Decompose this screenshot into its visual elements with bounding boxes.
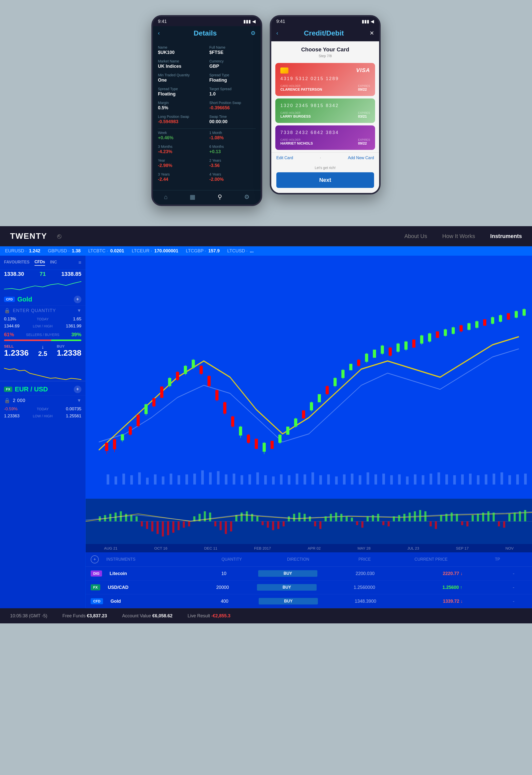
- svg-rect-207: [320, 521, 322, 529]
- svg-rect-186: [209, 513, 211, 521]
- svg-rect-209: [330, 514, 332, 521]
- sellers-pct: 61%: [4, 332, 14, 337]
- nav-instruments[interactable]: Instruments: [490, 233, 522, 239]
- spread-type-label: Spread Type: [209, 73, 256, 77]
- right-panel: AUG 21 OCT 16 DEC 11 FEB 2017 APR 02 MAY…: [86, 256, 532, 608]
- svg-rect-133: [296, 474, 298, 484]
- gold-high: 1361.99: [54, 324, 81, 329]
- chart-nav-icon[interactable]: ▦: [190, 193, 195, 200]
- tab-cfds[interactable]: CFDs: [34, 260, 45, 266]
- svg-rect-198: [272, 521, 274, 530]
- sb-bar-red: [4, 339, 51, 341]
- settings-icon[interactable]: ⚙: [250, 30, 256, 37]
- svg-rect-74: [389, 347, 392, 355]
- live-result-value: -€2,855.3: [211, 613, 230, 618]
- status-bar-details: 9:41 ▮▮▮ ◀: [153, 17, 261, 26]
- eurusd-quantity-row[interactable]: 🔒 2 000 ▼: [0, 396, 85, 406]
- svg-rect-136: [320, 475, 322, 485]
- card-item-3[interactable]: 7338 2432 6842 3834 CARD HOLDER HARRIET …: [275, 125, 375, 150]
- svg-rect-162: [524, 474, 527, 484]
- week-label: Week: [158, 131, 204, 135]
- svg-rect-203: [298, 513, 300, 521]
- gold-quantity-input[interactable]: ENTER QUANTITY: [13, 308, 77, 313]
- ticker-ltcbtc: LTCBTC · 0.0201: [88, 248, 124, 254]
- card-expires-value-3: 09/22: [358, 141, 370, 145]
- svg-rect-143: [375, 475, 377, 485]
- platform-nav: TWENTY ⎋ About Us How It Works Instrumen…: [0, 226, 532, 246]
- card-expires-value-1: 09/22: [358, 87, 370, 91]
- eurusd-quantity-input[interactable]: 2 000: [13, 398, 77, 403]
- card-item-2[interactable]: 1320 2345 9815 8342 CARD HOLDER LARRY BU…: [275, 98, 375, 123]
- litecoin-price: 2200.030: [325, 571, 405, 576]
- svg-rect-190: [230, 521, 232, 532]
- svg-rect-2: [105, 443, 108, 451]
- settings-nav-icon[interactable]: ⚙: [244, 193, 249, 200]
- svg-rect-156: [477, 475, 479, 485]
- svg-rect-111: [122, 474, 125, 484]
- six-months-label: 6 Months: [209, 145, 256, 149]
- orders-add-button[interactable]: +: [91, 555, 99, 564]
- svg-rect-60: [334, 378, 337, 386]
- edit-card-button[interactable]: Edit Card: [276, 156, 293, 160]
- home-nav-icon[interactable]: ⌂: [164, 193, 168, 200]
- search-nav-icon[interactable]: ⚲: [217, 193, 222, 200]
- credit-footer: Let's get rich! Next: [271, 163, 379, 193]
- trading-platform: TWENTY ⎋ About Us How It Works Instrumen…: [0, 226, 532, 623]
- logout-icon[interactable]: ⎋: [57, 232, 61, 240]
- card-holder-label-2: CARD HOLDER: [281, 111, 311, 114]
- credit-back-button[interactable]: ‹: [276, 30, 278, 37]
- nav-how-it-works[interactable]: How It Works: [442, 233, 475, 239]
- svg-rect-152: [445, 475, 448, 485]
- svg-rect-206: [314, 521, 316, 527]
- credit-phone: 9:41 ▮▮▮ ◀ ‹ Credit/Debit ✕ Choose Your …: [270, 15, 381, 194]
- svg-rect-204: [304, 514, 306, 521]
- next-button[interactable]: Next: [276, 172, 374, 188]
- lets-get-rich-text: Let's get rich!: [276, 166, 374, 170]
- litecoin-instrument: Litecoin: [110, 571, 190, 576]
- svg-rect-179: [172, 521, 174, 533]
- tab-inc[interactable]: INC: [50, 260, 57, 265]
- four-years-label: 4 Years: [209, 172, 256, 176]
- gold-low: 1344.69: [4, 324, 32, 329]
- orders-table-header: + INSTRUMENTS QUANTITY DIRECTION PRICE C…: [86, 552, 532, 567]
- card-number-3: 7338 2432 6842 3834: [281, 130, 370, 135]
- svg-rect-22: [184, 366, 187, 374]
- gold-badge: CFD: [4, 297, 15, 302]
- svg-rect-212: [346, 516, 348, 521]
- panel-list-icon[interactable]: ≡: [78, 260, 81, 265]
- week-value: +0.46%: [158, 135, 204, 140]
- svg-rect-140: [351, 474, 354, 484]
- tab-favourites[interactable]: FAVOURITES: [4, 260, 29, 265]
- gold-numbers: 1338.30 71 1338.85: [0, 270, 85, 278]
- nav-about-us[interactable]: About Us: [404, 233, 427, 239]
- nav-links: About Us How It Works Instruments: [404, 233, 522, 239]
- candlestick-chart: [86, 256, 532, 499]
- eurusd-low-high-label: LOW / HIGH: [33, 414, 53, 418]
- svg-rect-56: [318, 394, 321, 402]
- svg-rect-98: [483, 319, 486, 326]
- svg-rect-117: [170, 474, 172, 484]
- svg-rect-242: [503, 521, 505, 528]
- spread-type2-label: Spread Type: [158, 87, 204, 91]
- long-pos-swap-value: -0.594983: [158, 119, 204, 124]
- time-aug21: AUG 21: [104, 546, 117, 550]
- add-new-card-button[interactable]: Add New Card: [348, 156, 374, 160]
- two-years-label: 2 Years: [209, 158, 256, 162]
- svg-rect-177: [162, 521, 164, 537]
- three-months-value: -4.23%: [158, 149, 204, 154]
- gold-quantity-row[interactable]: 🔒 ENTER QUANTITY ▼: [0, 305, 85, 315]
- spread-container: ↓ 2.5: [38, 344, 47, 357]
- svg-rect-6: [121, 434, 124, 440]
- three-years-label: 3 Years: [158, 172, 204, 176]
- card-item-1[interactable]: 4319 5312 0215 1289 CARD HOLDER CLARENCE…: [275, 63, 375, 96]
- back-button[interactable]: ‹: [158, 30, 160, 37]
- svg-rect-159: [501, 472, 503, 484]
- eurusd-add-button[interactable]: +: [74, 385, 81, 393]
- sell-label: SELL: [4, 344, 29, 348]
- gold-stats: 0.13% TODAY 1.65: [0, 315, 85, 323]
- close-button[interactable]: ✕: [370, 30, 374, 37]
- short-pos-swap-label: Short Position Swap: [209, 101, 256, 105]
- gold-mini-chart: [0, 278, 85, 293]
- svg-rect-230: [440, 515, 442, 521]
- gold-add-button[interactable]: +: [74, 296, 81, 303]
